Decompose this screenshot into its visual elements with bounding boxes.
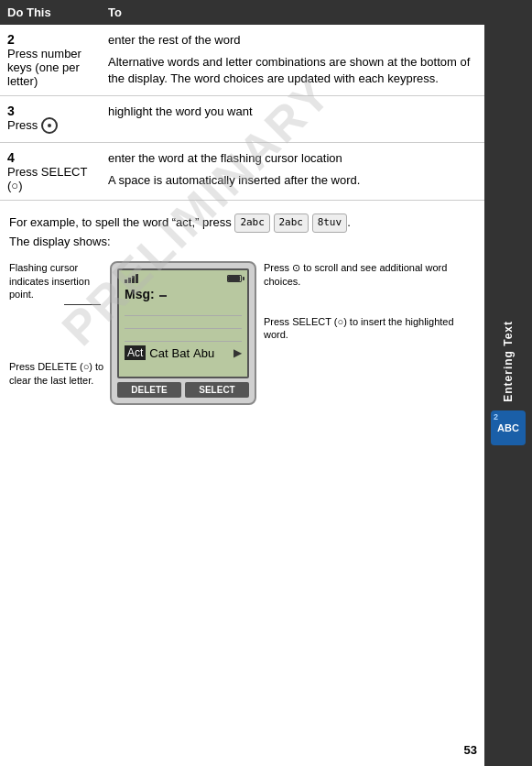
- step-3-num: 3: [7, 104, 15, 118]
- row2-action: 2 Press number keys (one per letter): [0, 25, 101, 96]
- step-4-num: 4: [7, 150, 15, 165]
- row2-result: enter the rest of the word Alternative w…: [101, 25, 484, 96]
- sidebar-label: Entering Text: [502, 321, 515, 402]
- step-4-result-p1: enter the word at the flashing cursor lo…: [108, 150, 477, 167]
- step-4-action: Press SELECT (○): [7, 165, 93, 192]
- row4-action: 4 Press SELECT (○): [0, 143, 101, 201]
- signal-bar-4: [136, 274, 138, 283]
- step-4-result-p2: A space is automatically inserted after …: [108, 172, 477, 189]
- annotation-scroll-text: Press ⊙ to scroll and see additional wor…: [264, 262, 447, 286]
- phone-screen: Msg: Act Cat Bat Abu: [117, 268, 249, 378]
- step-2-action-line2: keys (one per: [7, 60, 80, 74]
- table-header-action: Do This: [0, 0, 101, 25]
- annotation-select: Press SELECT (○) to insert the highlight…: [264, 315, 475, 342]
- key-8tuv: 8tuv: [312, 213, 348, 233]
- signal-bar-2: [128, 278, 131, 283]
- instruction-table: Do This To 2 Press number keys (one per …: [0, 0, 484, 201]
- empty-lines: [125, 305, 242, 342]
- example-text: For example, to spell the word “act,” pr…: [9, 213, 475, 250]
- row3-result: highlight the word you want: [101, 96, 484, 143]
- step-4-result: enter the word at the flashing cursor lo…: [108, 150, 477, 189]
- battery-fill: [228, 276, 240, 281]
- step-2-result-p1: enter the rest of the word: [108, 32, 477, 49]
- phone-status-bar: [125, 274, 242, 283]
- battery-icon: [227, 275, 242, 282]
- step-2-action: Press number keys (one per letter): [7, 47, 93, 88]
- example-line2: The display shows:: [9, 235, 111, 248]
- table-row-4: 4 Press SELECT (○) enter the word at the…: [0, 143, 484, 201]
- phone-buttons-row: DELETE SELECT: [117, 382, 249, 398]
- step-3-result: highlight the word you want: [108, 104, 477, 120]
- annotation-delete-text: Press DELETE (○) to clear the last lette…: [9, 361, 103, 385]
- word-abu-text: Abu: [193, 346, 214, 360]
- step-2-result: enter the rest of the word Alternative w…: [108, 32, 477, 88]
- sidebar: Entering Text 2 ABC: [484, 0, 532, 766]
- word-cat-text: Cat: [149, 346, 168, 360]
- step-2-action-line3: letter): [7, 74, 38, 88]
- row3-action: 3 Press: [0, 96, 101, 143]
- signal-bar-1: [125, 279, 127, 283]
- annotation-flashing-text: Flashing cursor indicates insertion poin…: [9, 262, 90, 300]
- example-text-after: .: [347, 215, 351, 229]
- signal-bar-3: [132, 276, 135, 283]
- left-annotations: Flashing cursor indicates insertion poin…: [9, 261, 110, 386]
- msg-text: Msg:: [125, 287, 155, 301]
- step-3-action-line1: Press: [7, 118, 38, 132]
- step-3-action: Press: [7, 118, 93, 135]
- delete-button[interactable]: DELETE: [117, 382, 181, 398]
- table-row-3: 3 Press highlight the word you want: [0, 96, 484, 143]
- msg-display: Msg:: [125, 287, 242, 301]
- word-choices-row: Act Cat Bat Abu ▶: [125, 345, 242, 360]
- signal-bars: [125, 274, 138, 283]
- example-text-before: For example, to spell the word “act,” pr…: [9, 215, 234, 229]
- right-annotations: Press ⊙ to scroll and see additional wor…: [256, 261, 475, 341]
- empty-line-3: [125, 331, 242, 342]
- phone-mockup: Msg: Act Cat Bat Abu: [110, 261, 256, 405]
- word-act: Act: [125, 345, 146, 360]
- annotation-delete: Press DELETE (○) to clear the last lette…: [9, 360, 110, 387]
- nav-icon: [41, 117, 58, 134]
- step-4-action-line1: Press SELECT (○): [7, 165, 87, 192]
- step-2-num: 2: [7, 32, 15, 47]
- word-bat-text: Bat: [172, 346, 190, 360]
- step-2-action-line1: Press number: [7, 47, 81, 60]
- abc-icon: 2 ABC: [491, 410, 526, 445]
- diagram-area: Flashing cursor indicates insertion poin…: [9, 261, 475, 405]
- table-row-2: 2 Press number keys (one per letter) ent…: [0, 25, 484, 96]
- annotation-select-text: Press SELECT (○) to insert the highlight…: [264, 316, 454, 340]
- row4-result: enter the word at the flashing cursor lo…: [101, 143, 484, 201]
- step-2-result-p2: Alternative words and letter combination…: [108, 54, 477, 87]
- main-content: Do This To 2 Press number keys (one per …: [0, 0, 484, 766]
- key-2abc-1: 2abc: [234, 213, 270, 233]
- example-section: For example, to spell the word “act,” pr…: [0, 201, 484, 414]
- annotation-flashing-cursor: Flashing cursor indicates insertion poin…: [9, 261, 110, 305]
- arrow-right-icon: ▶: [233, 346, 242, 359]
- select-button[interactable]: SELECT: [185, 382, 249, 398]
- empty-line-1: [125, 305, 242, 316]
- table-header-result: To: [101, 0, 484, 25]
- step-3-result-p1: highlight the word you want: [108, 104, 477, 120]
- icon-text: ABC: [497, 422, 519, 433]
- key-2abc-2: 2abc: [274, 213, 309, 233]
- cursor-line: [159, 295, 167, 297]
- icon-num: 2: [494, 412, 498, 421]
- annotation-scroll: Press ⊙ to scroll and see additional wor…: [264, 261, 475, 288]
- empty-line-2: [125, 318, 242, 329]
